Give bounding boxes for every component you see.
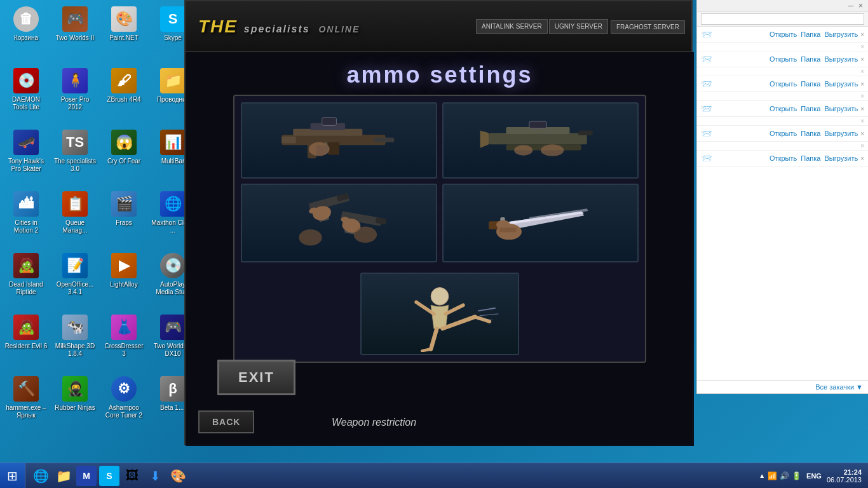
- svg-rect-6: [327, 142, 339, 155]
- downloads-search-input[interactable]: [701, 13, 864, 25]
- download-action-папка-2[interactable]: Папка: [801, 80, 820, 88]
- download-close-btn-1[interactable]: ×: [860, 56, 864, 63]
- icon-label-rubber-ninjas: Rubber Ninjas: [55, 404, 95, 412]
- svg-point-35: [431, 287, 449, 305]
- download-sep-close-0[interactable]: ×: [860, 43, 864, 50]
- download-action-выгрузить-1[interactable]: Выгрузить: [824, 55, 858, 63]
- desktop-icon-rubber-ninjas[interactable]: 🥷 Rubber Ninjas: [52, 373, 98, 433]
- download-action-папка-1[interactable]: Папка: [801, 55, 820, 63]
- start-button[interactable]: ⊞: [0, 463, 25, 489]
- weapon-cell-shotgun[interactable]: [442, 102, 639, 179]
- icon-image-autoplay: 💿: [160, 253, 186, 278]
- download-action-папка-4[interactable]: Папка: [801, 130, 820, 137]
- download-action-открыть-1[interactable]: Открыть: [770, 55, 797, 63]
- desktop-icon-queue-manager[interactable]: 📋 Queue Manag...: [52, 188, 98, 248]
- download-action-выгрузить-5[interactable]: Выгрузить: [824, 154, 858, 162]
- download-sep-close-2[interactable]: ×: [860, 93, 864, 100]
- taskbar-explorer-icon[interactable]: 📁: [53, 466, 74, 486]
- desktop-icon-openoffice[interactable]: 📝 OpenOffice... 3.4.1: [52, 250, 98, 310]
- desktop-icon-crossdresser[interactable]: 👗 CrossDresser 3: [101, 311, 147, 372]
- taskbar-skype-icon[interactable]: S: [99, 466, 119, 486]
- download-close-btn-2[interactable]: ×: [860, 81, 864, 88]
- icon-label-specialists: The specialists 3.0: [53, 158, 97, 173]
- download-action-папка-5[interactable]: Папка: [801, 154, 820, 162]
- icon-label-lightalloy: LightAlloy: [110, 281, 137, 288]
- download-item-icon-5: 📨: [701, 153, 712, 163]
- downloads-footer[interactable]: Все закачки ▼: [697, 380, 868, 393]
- desktop-icon-fraps[interactable]: 🎬 Fraps: [101, 188, 147, 248]
- taskbar-browser-icon[interactable]: M: [76, 466, 97, 486]
- all-downloads-link[interactable]: Все закачки ▼: [815, 383, 863, 391]
- desktop-icon-specialists[interactable]: TS The specialists 3.0: [52, 126, 98, 187]
- desktop-icon-lightalloy[interactable]: ▶ LightAlloy: [101, 250, 147, 310]
- exit-button[interactable]: EXIT: [217, 360, 295, 395]
- language-indicator[interactable]: ENG: [806, 472, 822, 480]
- download-action-папка-3[interactable]: Папка: [801, 105, 820, 112]
- tray-arrow-icon[interactable]: ▲: [759, 472, 765, 479]
- taskbar-photos-icon[interactable]: 🖼: [122, 466, 142, 486]
- desktop-icon-cities-motion[interactable]: 🏙 Cities in Motion 2: [3, 188, 49, 248]
- icon-image-paint-net: 🎨: [111, 6, 137, 32]
- download-action-папка-0[interactable]: Папка: [801, 30, 820, 38]
- download-sep-close-4[interactable]: ×: [860, 142, 864, 149]
- taskbar-paint-icon[interactable]: 🎨: [168, 466, 188, 486]
- svg-line-42: [478, 308, 496, 311]
- desktop-icon-daemon-tools[interactable]: 💿 DAEMON Tools Lite: [3, 65, 49, 125]
- download-item-actions-4: ОткрытьПапкаВыгрузить: [770, 130, 858, 137]
- download-action-открыть-5[interactable]: Открыть: [770, 154, 797, 162]
- download-action-открыть-3[interactable]: Открыть: [770, 105, 797, 112]
- anitalink-server-button[interactable]: ANITALINK SERVER: [476, 19, 548, 34]
- desktop-icon-resident-evil[interactable]: 🧟 Resident Evil 6: [3, 311, 49, 372]
- download-action-открыть-2[interactable]: Открыть: [770, 80, 797, 88]
- taskbar: ⊞ 🌐 📁 M S 🖼 ⬇ 🎨 ▲ 📶 🔊 🔋 ENG 21:24 06.07.…: [0, 463, 868, 488]
- panel-close-button[interactable]: ×: [856, 1, 865, 10]
- svg-point-14: [514, 145, 532, 155]
- weapon-cell-knife[interactable]: [442, 184, 639, 262]
- download-sep-close-1[interactable]: ×: [860, 68, 864, 75]
- desktop-icon-recycle[interactable]: 🗑 Корзина: [3, 3, 49, 64]
- desktop-icon-zbrush[interactable]: 🖌 ZBrush 4R4: [101, 65, 147, 125]
- taskbar-ie-icon[interactable]: 🌐: [31, 466, 51, 486]
- back-button[interactable]: BACK: [198, 410, 254, 433]
- download-action-открыть-0[interactable]: Открыть: [770, 30, 797, 38]
- game-nav-buttons: ANITALINK SERVER UGNIY SERVER FRAGHOST S…: [476, 19, 691, 34]
- ugniy-server-button[interactable]: UGNIY SERVER: [549, 19, 608, 34]
- download-item-actions-0: ОткрытьПапкаВыгрузить: [770, 30, 858, 38]
- panel-minimize-button[interactable]: ─: [845, 1, 856, 10]
- download-action-выгрузить-3[interactable]: Выгрузить: [824, 105, 858, 112]
- ammo-settings-panel: ammo settings: [186, 52, 694, 446]
- desktop-icon-tony-hawk[interactable]: 🛹 Tony Hawk's Pro Skater: [3, 126, 49, 187]
- download-close-btn-4[interactable]: ×: [860, 130, 864, 137]
- weapon-cell-kick[interactable]: [360, 273, 519, 355]
- icon-image-queue-manager: 📋: [62, 191, 88, 217]
- desktop-icon-milkshape[interactable]: 🐄 MilkShape 3D 1.8.4: [52, 311, 98, 372]
- desktop-icon-poser-pro[interactable]: 🧍 Poser Pro 2012: [52, 65, 98, 125]
- svg-rect-12: [578, 131, 593, 135]
- download-item-actions-5: ОткрытьПапкаВыгрузить: [770, 154, 858, 162]
- download-action-выгрузить-4[interactable]: Выгрузить: [824, 130, 858, 137]
- tray-volume-icon[interactable]: 🔊: [780, 471, 789, 480]
- download-close-btn-5[interactable]: ×: [860, 155, 864, 162]
- weapon-cell-rifle[interactable]: [241, 102, 437, 179]
- weapon-cell-pistol[interactable]: [241, 184, 437, 262]
- download-sep-close-3[interactable]: ×: [860, 118, 864, 125]
- download-action-выгрузить-2[interactable]: Выгрузить: [824, 80, 858, 88]
- windows-logo-icon: ⊞: [7, 468, 18, 484]
- icon-label-hammer: hammer.exe – Ярлык: [4, 404, 48, 419]
- icon-label-ashampoo: Ashampoo Core Tuner 2: [102, 404, 146, 419]
- taskbar-clock[interactable]: 21:24 06.07.2013: [827, 468, 862, 484]
- desktop-icon-paint-net[interactable]: 🎨 Paint.NET: [101, 3, 147, 64]
- desktop-icon-ashampoo[interactable]: ⚙ Ashampoo Core Tuner 2: [101, 373, 147, 433]
- download-action-открыть-4[interactable]: Открыть: [770, 130, 797, 137]
- taskbar-download-icon[interactable]: ⬇: [145, 466, 165, 486]
- download-action-выгрузить-0[interactable]: Выгрузить: [824, 30, 858, 38]
- svg-rect-3: [322, 118, 336, 126]
- desktop-icon-two-worlds-2[interactable]: 🎮 Two Worlds II: [52, 3, 98, 64]
- download-close-btn-3[interactable]: ×: [860, 105, 864, 112]
- desktop-icon-grid: 🗑 Корзина 🎮 Two Worlds II 🎨 Paint.NET S …: [0, 0, 201, 437]
- desktop-icon-dead-island[interactable]: 🧟 Dead Island Riptide: [3, 250, 49, 310]
- desktop-icon-cry-of-fear[interactable]: 😱 Cry Of Fear: [101, 126, 147, 187]
- download-close-btn-0[interactable]: ×: [860, 31, 864, 38]
- fraghost-server-button[interactable]: FRAGHOST SERVER: [611, 20, 685, 34]
- desktop-icon-hammer[interactable]: 🔨 hammer.exe – Ярлык: [3, 373, 49, 433]
